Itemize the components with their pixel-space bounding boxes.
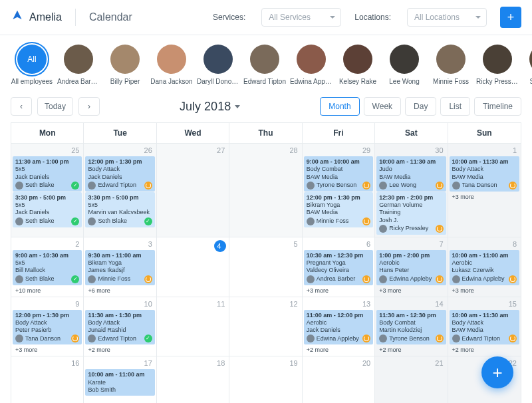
calendar-day-cell[interactable]: 12 [229, 297, 302, 356]
calendar-day-cell[interactable]: 21 [375, 356, 448, 403]
event-time: 11:30 am - 1:00 pm [15, 158, 69, 165]
calendar-event[interactable]: 3:30 pm - 5:00 pm5x5Marvin van Kalcvsbee… [85, 192, 154, 227]
view-list[interactable]: List [440, 97, 470, 116]
day-number: 26 [85, 145, 154, 156]
more-events-link[interactable]: +10 more [13, 286, 82, 295]
view-month[interactable]: Month [320, 97, 359, 116]
employee-avatar[interactable]: Ricky Pressley [476, 45, 519, 85]
calendar-day-cell[interactable]: 3010:00 am - 11:30 amJudoBAW MediaLee Wo… [375, 143, 448, 237]
calendar-event[interactable]: 12:30 pm - 2:00 pmGerman Volume Training… [376, 192, 446, 235]
calendar-day-cell[interactable]: 1311:00 am - 12:00 pmAerobicJack Daniels… [303, 297, 375, 356]
calendar-event[interactable]: 9:30 am - 11:00 amBikram YogaJames Ikads… [85, 250, 154, 285]
today-button[interactable]: Today [37, 97, 73, 116]
calendar-event[interactable]: 3:30 pm - 5:00 pm5x5Jack DanielsSeth Bla… [13, 192, 82, 227]
employee-avatar[interactable]: Minnie Foss [430, 45, 472, 85]
view-timeline[interactable]: Timeline [474, 97, 521, 116]
add-button[interactable]: + [500, 7, 521, 28]
calendar-event[interactable]: 1:00 pm - 2:00 pmAerobicHans PeterEdwina… [376, 250, 446, 285]
employee-avatar[interactable]: Dana Jackson [150, 45, 193, 85]
calendar-day-cell[interactable]: 71:00 pm - 2:00 pmAerobicHans PeterEdwin… [375, 237, 448, 297]
avatar [483, 45, 512, 74]
calendar-day-cell[interactable]: 299:00 am - 10:00 amBody CombatBAW Media… [303, 143, 375, 237]
calendar-event[interactable]: 11:00 am - 12:00 pmAerobicJack DanielsEd… [304, 310, 373, 345]
calendar-day-cell[interactable]: 27 [157, 143, 229, 237]
brand-logo[interactable]: Amelia [11, 9, 62, 25]
services-select[interactable]: All Services [261, 8, 341, 27]
fab-add-button[interactable]: + [481, 356, 513, 388]
view-day[interactable]: Day [405, 97, 436, 116]
calendar-day-cell[interactable]: 29:00 am - 10:30 am5x5Bill MallockSeth B… [11, 237, 84, 297]
calendar-day-cell[interactable]: 1011:30 am - 1:30 pmBody AttackJunaid Ra… [84, 297, 156, 356]
calendar-event[interactable]: 11:30 am - 12:30 pmBody CombatMartin Kol… [376, 310, 446, 345]
day-number: 12 [231, 299, 300, 309]
prev-button[interactable]: ‹ [11, 97, 32, 116]
avatar [250, 45, 279, 74]
next-button[interactable]: › [78, 97, 100, 116]
calendar-day-cell[interactable]: 39:30 am - 11:00 amBikram YogaJames Ikad… [84, 237, 156, 297]
employee-avatar[interactable]: Billy Piper [104, 45, 146, 85]
calendar-day-cell[interactable]: 1510:00 am - 11:30 amBody AttackBAW Medi… [448, 297, 521, 356]
event-title: Bikram Yoga [307, 202, 370, 209]
calendar-day-cell[interactable]: 5 [229, 237, 302, 297]
more-events-link[interactable]: +6 more [85, 286, 154, 295]
pending-icon [436, 225, 444, 233]
employee-avatar[interactable]: Seth Blak [523, 45, 532, 85]
calendar-event[interactable]: 12:00 pm - 1:30 pmBody AttackJack Daniel… [85, 156, 154, 192]
event-title: 5x5 [88, 202, 152, 209]
calendar-event[interactable]: 10:00 am - 11:30 amBody AttackBAW MediaE… [450, 310, 519, 345]
view-week[interactable]: Week [364, 97, 401, 116]
calendar-day-cell[interactable]: 11 [157, 297, 229, 356]
calendar-day-cell[interactable]: 18 [157, 356, 229, 403]
employee-avatar[interactable]: Andrea Barber [57, 45, 100, 85]
more-events-link[interactable]: +2 more [376, 345, 446, 354]
calendar-event[interactable]: 11:30 am - 1:00 pm5x5Jack DanielsSeth Bl… [13, 156, 82, 192]
more-events-link[interactable]: +3 more [450, 192, 519, 202]
calendar-day-cell[interactable]: 4 [157, 237, 229, 297]
event-title: Body Combat [379, 319, 443, 327]
more-events-link[interactable]: +2 more [85, 345, 154, 354]
more-events-link[interactable]: +3 more [304, 286, 373, 295]
calendar-event[interactable]: 9:00 am - 10:30 am5x5Bill MallockSeth Bl… [13, 250, 82, 285]
calendar-event[interactable]: 12:00 pm - 1:30 pmBikram YogaBAW MediaMi… [304, 192, 373, 227]
calendar-event[interactable]: 10:00 am - 11:30 amJudoBAW MediaLee Wong [376, 156, 446, 192]
calendar-day-cell[interactable]: 16 [11, 356, 84, 403]
calendar-event[interactable]: 10:00 am - 11:00 amKarateBob Smith [85, 369, 154, 396]
more-events-link[interactable]: +3 more [450, 286, 519, 295]
calendar-event[interactable]: 9:00 am - 10:00 amBody CombatBAW MediaTy… [304, 156, 373, 192]
avatar [15, 217, 23, 225]
calendar-day-cell[interactable]: 110:00 am - 11:30 amBody AttackBAW Media… [448, 143, 521, 237]
month-picker[interactable]: July 2018 [105, 100, 315, 114]
avatar [110, 45, 140, 74]
calendar-event[interactable]: 10:30 am - 12:30 pmPregnant YogaValdecy … [304, 250, 373, 285]
employee-name: Kelsey Rake [336, 78, 379, 85]
more-events-link[interactable]: +3 more [376, 286, 446, 295]
employee-avatar[interactable]: Edwina Appl… [290, 45, 332, 85]
calendar-event[interactable]: 10:00 am - 11:30 amBody AttackBAW MediaT… [450, 156, 519, 192]
more-events-link[interactable]: +2 more [304, 345, 373, 354]
calendar-day-cell[interactable]: 2612:00 pm - 1:30 pmBody AttackJack Dani… [84, 143, 156, 237]
calendar-day-cell[interactable]: 2511:30 am - 1:00 pm5x5Jack DanielsSeth … [11, 143, 84, 237]
employee-avatar[interactable]: Daryll Donov… [197, 45, 239, 85]
calendar-day-cell[interactable]: 912:00 pm - 1:30 pmBody AttackPeter Pasi… [11, 297, 84, 356]
calendar-day-cell[interactable]: 810:00 am - 11:00 amAerobicŁukasz Czerwi… [448, 237, 521, 297]
day-number: 29 [304, 145, 373, 156]
more-events-link[interactable]: +2 more [450, 345, 519, 354]
day-number: 14 [376, 299, 446, 309]
calendar-day-cell[interactable]: 1710:00 am - 11:00 amKarateBob Smith [84, 356, 156, 403]
calendar-day-cell[interactable]: 1411:30 am - 12:30 pmBody CombatMartin K… [375, 297, 448, 356]
employee-avatar[interactable]: Lee Wong [383, 45, 426, 85]
calendar-day-cell[interactable]: 19 [229, 356, 302, 403]
employee-avatar[interactable]: Edward Tipton [243, 45, 286, 85]
calendar-event[interactable]: 10:00 am - 11:00 amAerobicŁukasz Czerwik… [450, 250, 519, 285]
locations-select[interactable]: All Locations [407, 8, 487, 27]
employee-name: Minnie Foss [430, 78, 472, 85]
calendar-day-cell[interactable]: 610:30 am - 12:30 pmPregnant YogaValdecy… [303, 237, 375, 297]
calendar-event[interactable]: 12:00 pm - 1:30 pmBody AttackPeter Pasie… [13, 310, 82, 345]
calendar-day-cell[interactable]: 28 [229, 143, 302, 237]
employee-avatar[interactable]: AllAll employees [11, 45, 53, 85]
calendar-day-cell[interactable]: 20 [303, 356, 375, 403]
event-customer: BAW Media [307, 174, 370, 181]
more-events-link[interactable]: +3 more [13, 345, 82, 354]
employee-avatar[interactable]: Kelsey Rake [336, 45, 379, 85]
calendar-event[interactable]: 11:30 am - 1:30 pmBody AttackJunaid Rash… [85, 310, 154, 345]
